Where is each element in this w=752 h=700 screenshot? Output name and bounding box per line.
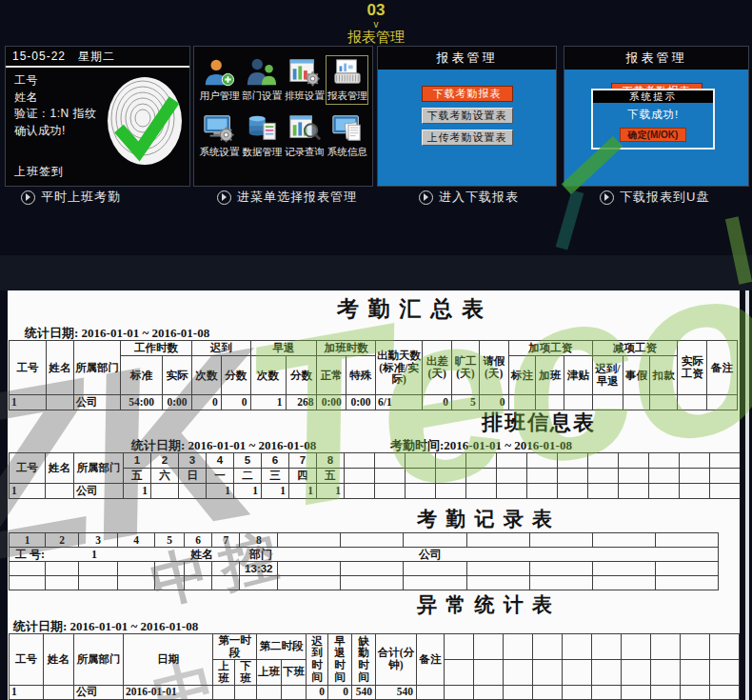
- abnormal-statistics-table: 工号 姓名 所属部门 日期 第一时段 第二时段 迟到时间 早退时间 缺勤时间 合…: [9, 633, 740, 700]
- name-label: 姓名: [190, 549, 213, 561]
- date-text: 15-05-22: [12, 50, 66, 63]
- table-cell: [622, 634, 651, 660]
- shift-settings-icon: [284, 57, 327, 88]
- menu-item-label: 记录查询: [284, 146, 327, 159]
- table-cell: 7: [289, 453, 317, 469]
- download-report-button[interactable]: 下载考勤报表: [422, 86, 513, 102]
- down-arrow-icon: v: [0, 20, 752, 29]
- dialog-message: 下载成功!: [593, 108, 713, 122]
- table-cell: 五: [124, 469, 151, 484]
- menu-item-data-manage[interactable]: 数据管理: [241, 111, 284, 161]
- table-cell: [466, 533, 529, 548]
- table-cell: [655, 533, 718, 548]
- table-cell: 1: [250, 395, 286, 410]
- menu-item-label: 系统信息: [326, 146, 368, 159]
- table-cell: 下班: [235, 659, 257, 685]
- table-cell: [345, 469, 375, 484]
- table-cell: 0:00: [317, 395, 346, 410]
- table-cell: 0: [221, 395, 250, 410]
- table-cell: [375, 453, 406, 469]
- menu-grid: 用户管理 部门设置 排班设置 报表管理 系统设置 数据管理: [194, 47, 372, 163]
- table-cell: [588, 453, 619, 469]
- table-cell: [278, 576, 341, 590]
- menu-item-dept-settings[interactable]: 部门设置: [241, 55, 284, 105]
- caption-text: 进菜单选择报表管理: [237, 189, 357, 206]
- menu-item-record-query[interactable]: 记录查询: [284, 111, 327, 161]
- table-cell: [649, 469, 680, 484]
- table-cell: [710, 685, 740, 699]
- table-cell: [681, 685, 710, 699]
- table-cell: 姓名: [44, 634, 74, 686]
- table-cell: 0: [328, 685, 352, 699]
- table-cell: [466, 562, 529, 576]
- table-cell: 所属部门: [74, 453, 124, 484]
- table-cell: [79, 562, 118, 576]
- table-cell: 1: [207, 484, 234, 499]
- table-cell: 上班: [257, 659, 282, 685]
- play-circle-icon: [600, 190, 614, 205]
- table-cell: 2: [46, 533, 79, 548]
- record-table-title: 考 勤 记 录 表: [417, 506, 554, 532]
- menu-item-label: 报表管理: [326, 90, 368, 103]
- table-cell: [406, 453, 436, 469]
- table-cell: 迟到: [191, 341, 250, 356]
- download-done-body: 下载考勤报表 系统提示 下载成功! 确定(M/OK): [564, 70, 748, 186]
- table-cell: 8: [317, 453, 345, 469]
- table-cell: [155, 562, 185, 576]
- step-header: 03 v 报表管理: [0, 1, 752, 45]
- play-circle-icon: [21, 190, 35, 205]
- table-cell: [212, 576, 240, 590]
- table-cell: [445, 659, 474, 685]
- table-cell: [651, 659, 681, 685]
- table-cell: 加班时数: [317, 341, 376, 356]
- record-info-row: 工 号: 1 姓名 部门 公司: [10, 548, 719, 562]
- table-cell: [235, 685, 257, 699]
- table-cell: [588, 484, 619, 499]
- menu-item-label: 数据管理: [241, 146, 284, 159]
- table-cell: [680, 469, 710, 484]
- table-cell: [592, 576, 655, 590]
- table-cell: [529, 576, 592, 590]
- table-cell: 扣款: [650, 356, 678, 395]
- menu-item-shift-settings[interactable]: 排班设置: [284, 55, 327, 105]
- step-caption-3: 进入下载报表: [419, 190, 519, 205]
- table-cell: [10, 562, 46, 576]
- table-cell: [504, 634, 533, 660]
- table-cell: [558, 469, 588, 484]
- table-cell: [622, 659, 651, 685]
- report-paper: 考 勤 汇 总 表 统计日期: 2016-01-01 ~ 2016-01-08 …: [8, 290, 740, 700]
- punch-time: 13:32: [240, 562, 278, 576]
- tutorial-page: 03 v 报表管理 15-05-22 星期二 工号 姓名 验证：1:N 指纹 确…: [0, 0, 752, 700]
- table-cell: 三: [262, 469, 289, 484]
- attendance-record-table: 12 34 56 78 工 号: 1 姓名 部门 公司 13:32: [9, 532, 719, 590]
- upload-settings-button[interactable]: 上传考勤设置表: [422, 130, 513, 146]
- table-cell: [417, 685, 445, 699]
- device-screen-menu: 用户管理 部门设置 排班设置 报表管理 系统设置 数据管理: [193, 46, 373, 187]
- table-cell: [681, 634, 710, 660]
- table-cell: [44, 685, 74, 699]
- table-cell: [619, 484, 649, 499]
- menu-item-system-settings[interactable]: 系统设置: [198, 111, 241, 161]
- table-cell: 备注: [417, 634, 445, 686]
- table-cell: 268: [286, 395, 317, 410]
- menu-item-system-info[interactable]: 系统信息: [326, 111, 368, 161]
- summary-table-title: 考 勤 汇 总 表: [337, 294, 485, 324]
- menu-item-report-manage[interactable]: 报表管理: [326, 55, 368, 105]
- table-cell: 工作时数: [121, 341, 192, 356]
- step-caption-1: 平时上班考勤: [21, 190, 121, 205]
- table-cell: [563, 685, 592, 699]
- table-cell: [592, 395, 623, 410]
- table-cell: 3: [79, 533, 118, 548]
- table-cell: [622, 685, 651, 699]
- dialog-ok-button[interactable]: 确定(M/OK): [620, 128, 686, 142]
- table-cell: [651, 685, 681, 699]
- menu-item-user-manage[interactable]: 用户管理: [198, 55, 241, 105]
- table-cell: [533, 685, 563, 699]
- table-cell: 旷工(天): [452, 341, 480, 395]
- report-menu-body: 下载考勤报表 下载考勤设置表 上传考勤设置表: [378, 70, 556, 186]
- table-cell: 六: [151, 469, 179, 484]
- table-cell: 5: [234, 453, 262, 469]
- download-settings-button[interactable]: 下载考勤设置表: [422, 108, 513, 124]
- table-cell: [345, 453, 375, 469]
- table-cell: 1: [10, 484, 46, 499]
